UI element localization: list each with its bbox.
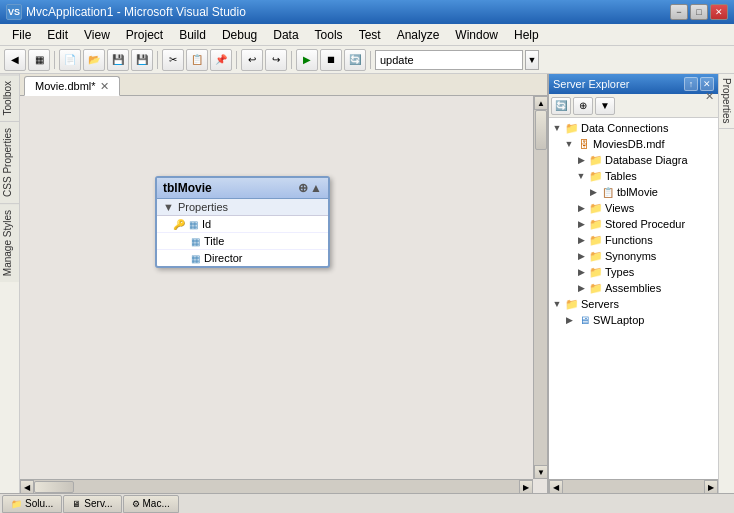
menu-file[interactable]: File (4, 26, 39, 44)
se-scroll-right[interactable]: ▶ (704, 480, 718, 494)
bottom-tab-server-label: Serv... (84, 498, 112, 509)
menu-debug[interactable]: Debug (214, 26, 265, 44)
minimize-button[interactable]: − (670, 4, 688, 20)
scroll-left-btn[interactable]: ◀ (20, 480, 34, 493)
toolbar-run-btn[interactable]: ▶ (296, 49, 318, 71)
canvas-scrollbar-h[interactable]: ◀ ▶ (20, 479, 533, 493)
title-bar-left: VS MvcApplication1 - Microsoft Visual St… (6, 4, 246, 20)
toolbar-grid-btn[interactable]: ▦ (28, 49, 50, 71)
menu-window[interactable]: Window (447, 26, 506, 44)
tree-item-assemblies[interactable]: ▶ 📁 Assemblies (551, 280, 716, 296)
tree-item-moviesdb[interactable]: ▼ 🗄 MoviesDB.mdf (551, 136, 716, 152)
tree-item-functions[interactable]: ▶ 📁 Functions (551, 232, 716, 248)
title-bar-controls[interactable]: − □ ✕ (670, 4, 728, 20)
entity-box-tblmovie[interactable]: tblMovie ⊕ ▲ ▼ Properties 🔑 ▦ Id (155, 176, 330, 268)
scroll-right-btn[interactable]: ▶ (519, 480, 533, 493)
bottom-tab-server[interactable]: 🖥 Serv... (63, 495, 121, 513)
menu-project[interactable]: Project (118, 26, 171, 44)
menu-build[interactable]: Build (171, 26, 214, 44)
scroll-track-v[interactable] (534, 110, 547, 465)
tree-expand-tables[interactable]: ▼ (575, 170, 587, 182)
scroll-up-btn[interactable]: ▲ (534, 96, 547, 110)
toolbar-stop-btn[interactable]: ⏹ (320, 49, 342, 71)
toolbar-target-combo[interactable] (375, 50, 523, 70)
scroll-thumb-h[interactable] (34, 481, 74, 493)
properties-tab[interactable]: Properties (719, 74, 734, 129)
toolbar-copy-btn[interactable]: 📋 (186, 49, 208, 71)
panel-title-btns[interactable]: ↑ ✕ (684, 77, 714, 91)
tree-expand-views[interactable]: ▶ (575, 202, 587, 214)
se-connect-btn[interactable]: ⊕ (573, 97, 593, 115)
folder-icon-stored-procs: 📁 (589, 217, 603, 231)
scroll-down-btn[interactable]: ▼ (534, 465, 547, 479)
tree-item-types[interactable]: ▶ 📁 Types (551, 264, 716, 280)
tree-expand-servers[interactable]: ▼ (551, 298, 563, 310)
tree-expand-assemblies[interactable]: ▶ (575, 282, 587, 294)
scroll-thumb-v[interactable] (535, 110, 547, 150)
entity-header[interactable]: tblMovie ⊕ ▲ (157, 178, 328, 199)
toolbar-redo-btn[interactable]: ↪ (265, 49, 287, 71)
close-button[interactable]: ✕ (710, 4, 728, 20)
se-scroll-left[interactable]: ◀ (549, 480, 563, 494)
tree-expand-types[interactable]: ▶ (575, 266, 587, 278)
toolbar-save-btn[interactable]: 💾 (107, 49, 129, 71)
canvas-scrollbar-v[interactable]: ▲ ▼ (533, 96, 547, 479)
panel-pin-btn[interactable]: ↑ (684, 77, 698, 91)
se-filter-btn[interactable]: ▼ (595, 97, 615, 115)
toolbar-sep-3 (236, 51, 237, 69)
toolbox-tab[interactable]: Toolbox (0, 74, 19, 121)
editor-pin-btn[interactable]: ✕ (705, 90, 714, 103)
toolbar-refresh-btn[interactable]: 🔄 (344, 49, 366, 71)
tree-expand-functions[interactable]: ▶ (575, 234, 587, 246)
toolbar-combo-dropdown[interactable]: ▼ (525, 50, 539, 70)
toolbar-undo-btn[interactable]: ↩ (241, 49, 263, 71)
tree-expand-diagrams[interactable]: ▶ (575, 154, 587, 166)
panel-close-btn[interactable]: ✕ (700, 77, 714, 91)
toolbar-paste-btn[interactable]: 📌 (210, 49, 232, 71)
toolbar-saveall-btn[interactable]: 💾 (131, 49, 153, 71)
menu-analyze[interactable]: Analyze (389, 26, 448, 44)
tree-item-diagrams[interactable]: ▶ 📁 Database Diagra (551, 152, 716, 168)
tree-item-servers[interactable]: ▼ 📁 Servers (551, 296, 716, 312)
menu-edit[interactable]: Edit (39, 26, 76, 44)
tree-item-synonyms[interactable]: ▶ 📁 Synonyms (551, 248, 716, 264)
design-canvas[interactable]: tblMovie ⊕ ▲ ▼ Properties 🔑 ▦ Id (20, 96, 547, 493)
tree-item-tables[interactable]: ▼ 📁 Tables (551, 168, 716, 184)
tree-expand-moviesdb[interactable]: ▼ (563, 138, 575, 150)
tree-expand-stored-procs[interactable]: ▶ (575, 218, 587, 230)
tree-expand-swlaptop[interactable]: ▶ (563, 314, 575, 326)
tree-expand-tblmovie[interactable]: ▶ (587, 186, 599, 198)
se-scrollbar-h[interactable]: ◀ ▶ (549, 479, 718, 493)
editor-tab-close[interactable]: ✕ (100, 80, 109, 93)
menu-data[interactable]: Data (265, 26, 306, 44)
maximize-button[interactable]: □ (690, 4, 708, 20)
manage-styles-tab[interactable]: Manage Styles (0, 203, 19, 282)
css-properties-tab[interactable]: CSS Properties (0, 121, 19, 203)
scroll-track-h[interactable] (34, 480, 519, 493)
collapse-icon[interactable]: ▲ (310, 181, 322, 195)
menu-view[interactable]: View (76, 26, 118, 44)
toolbar-back-btn[interactable]: ◀ (4, 49, 26, 71)
editor-area: Movie.dbml* ✕ ✕ tblMovie ⊕ ▲ ▼ Propertie… (20, 74, 548, 493)
menu-tools[interactable]: Tools (307, 26, 351, 44)
tree-expand-data-connections[interactable]: ▼ (551, 122, 563, 134)
bottom-tab-solution[interactable]: 📁 Solu... (2, 495, 62, 513)
tree-label-assemblies: Assemblies (605, 282, 661, 294)
editor-tab-movie[interactable]: Movie.dbml* ✕ (24, 76, 120, 96)
bottom-tab-mac[interactable]: ⚙ Mac... (123, 495, 179, 513)
toolbar-cut-btn[interactable]: ✂ (162, 49, 184, 71)
tree-item-swlaptop[interactable]: ▶ 🖥 SWLaptop (551, 312, 716, 328)
tree-view: ▼ 📁 Data Connections ▼ 🗄 MoviesDB.mdf ▶ … (549, 118, 718, 479)
tree-expand-synonyms[interactable]: ▶ (575, 250, 587, 262)
entity-header-label: tblMovie (163, 181, 212, 195)
menu-help[interactable]: Help (506, 26, 547, 44)
se-refresh-btn[interactable]: 🔄 (551, 97, 571, 115)
toolbar-new-btn[interactable]: 📄 (59, 49, 81, 71)
toolbar-open-btn[interactable]: 📂 (83, 49, 105, 71)
tree-item-views[interactable]: ▶ 📁 Views (551, 200, 716, 216)
field-icon-id: ▦ (189, 219, 198, 230)
tree-item-stored-procs[interactable]: ▶ 📁 Stored Procedur (551, 216, 716, 232)
menu-test[interactable]: Test (351, 26, 389, 44)
tree-item-data-connections[interactable]: ▼ 📁 Data Connections (551, 120, 716, 136)
tree-item-tblmovie[interactable]: ▶ 📋 tblMovie (551, 184, 716, 200)
